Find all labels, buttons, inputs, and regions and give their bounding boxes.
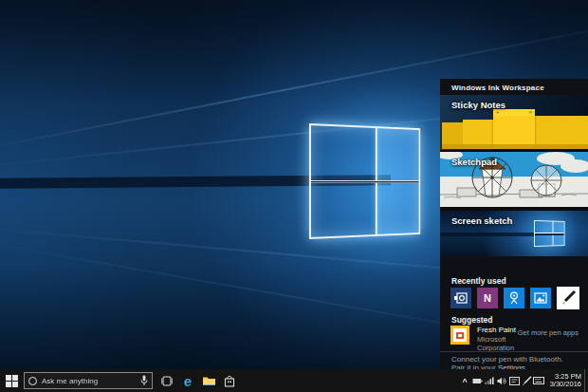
search-placeholder: Ask me anything: [42, 377, 140, 385]
system-tray: ^: [459, 369, 588, 392]
onenote-app-icon[interactable]: N: [477, 288, 498, 308]
mini-wallpaper-band: [440, 233, 535, 236]
microphone-icon[interactable]: [140, 375, 148, 386]
suggested-app-publisher: Microsoft Corporation: [477, 335, 518, 352]
sticky-note-shadow: [442, 144, 588, 149]
cortana-icon: [28, 377, 37, 385]
drawing-pen-app-icon[interactable]: [557, 287, 579, 309]
sticky-notes-tile[interactable]: + × Sticky Notes: [440, 95, 588, 150]
panel-footer-divider: [440, 351, 588, 352]
windows-ink-workspace-tray-button[interactable]: [521, 369, 533, 392]
task-view-button[interactable]: [156, 369, 177, 392]
keyboard-icon: [533, 377, 544, 384]
sticky-note: + ×: [493, 109, 535, 149]
file-explorer-button[interactable]: [198, 369, 219, 392]
easel-icon: [456, 332, 464, 339]
sketchpad-tile[interactable]: Sketchpad: [440, 152, 588, 207]
store-button[interactable]: [219, 369, 240, 392]
suggested-app-text: Fresh Paint Microsoft Corporation: [477, 326, 518, 352]
action-center-icon: [509, 377, 520, 385]
windows-logo-icon: [6, 375, 18, 387]
onenote-letter: N: [484, 292, 491, 304]
battery-tray-button[interactable]: [471, 369, 484, 392]
get-more-pen-apps-link[interactable]: Get more pen apps: [518, 328, 579, 337]
camera-app-icon[interactable]: [504, 288, 524, 308]
tray-expand-button[interactable]: ^: [459, 369, 471, 392]
fresh-paint-app-icon: [450, 326, 469, 345]
start-button[interactable]: [0, 369, 23, 392]
screen-sketch-tile[interactable]: Screen sketch: [440, 211, 588, 256]
clock-date: 3/30/2016: [550, 381, 581, 389]
recently-used-apps: N: [450, 287, 579, 309]
suggested-app-row[interactable]: Fresh Paint Microsoft Corporation Get mo…: [450, 326, 579, 352]
mini-windows-logo: [534, 220, 565, 247]
action-center-tray-button[interactable]: [508, 369, 521, 392]
sticky-note-close-icon: ×: [528, 109, 532, 116]
panel-title: Windows Ink Workspace: [440, 79, 588, 95]
task-view-icon: [160, 376, 174, 386]
mail-app-icon[interactable]: [450, 288, 471, 308]
footer-line1: Connect your pen with Bluetooth.: [451, 355, 580, 364]
edge-icon: e: [184, 374, 192, 388]
network-icon: [485, 377, 494, 384]
sticky-note-add-icon: +: [496, 109, 500, 116]
suggested-label: Suggested: [451, 315, 492, 325]
suggested-app-name: Fresh Paint: [477, 326, 518, 335]
screen-sketch-label: Screen sketch: [451, 215, 512, 226]
taskbar: Ask me anything e: [0, 369, 588, 392]
chevron-up-icon: ^: [462, 378, 467, 385]
sketchpad-label: Sketchpad: [451, 157, 497, 167]
show-desktop-button[interactable]: [584, 369, 588, 392]
touch-keyboard-tray-button[interactable]: [533, 369, 545, 392]
pen-icon: [522, 376, 532, 385]
clock[interactable]: 3:25 PM 3/30/2016: [550, 373, 581, 389]
windows-ink-workspace-panel: Windows Ink Workspace + × Sticky Notes: [440, 79, 588, 392]
search-input[interactable]: Ask me anything: [24, 372, 153, 389]
sticky-notes-label: Sticky Notes: [451, 100, 505, 110]
network-tray-button[interactable]: [484, 369, 496, 392]
photos-app-icon[interactable]: [530, 288, 551, 308]
folder-icon: [202, 375, 216, 386]
battery-icon: [472, 378, 483, 384]
volume-tray-button[interactable]: [496, 369, 508, 392]
speaker-icon: [497, 377, 506, 385]
edge-browser-button[interactable]: e: [177, 369, 198, 392]
desktop: Windows Ink Workspace + × Sticky Notes: [0, 0, 588, 392]
store-bag-icon: [224, 375, 235, 387]
recently-used-label: Recently used: [451, 276, 506, 286]
